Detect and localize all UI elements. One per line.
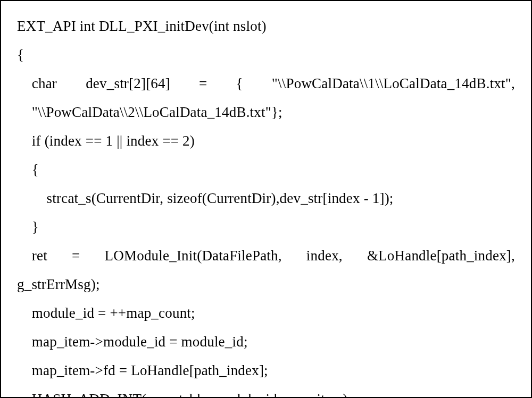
code-line: if (index == 1 || index == 2) [17, 126, 515, 155]
code-page: EXT_API int DLL_PXI_initDev(int nslot) {… [0, 0, 532, 398]
code-token: = [72, 241, 80, 270]
code-line: } [17, 213, 515, 241]
code-token: &LoHandle[path_index], [367, 241, 515, 270]
code-line: map_item->module_id = module_id; [17, 327, 515, 356]
code-line: char dev_str[2][64] = { "\\PowCalData\\1… [17, 69, 515, 98]
code-line: ret = LOModule_Init(DataFilePath, index,… [17, 241, 515, 270]
code-line: HASH_ADD_INT(map_table, module_id, map_i… [17, 385, 515, 398]
code-token: ret [17, 241, 47, 270]
code-line: map_item->fd = LoHandle[path_index]; [17, 356, 515, 385]
code-line: EXT_API int DLL_PXI_initDev(int nslot) [17, 12, 515, 40]
code-line: "\\PowCalData\\2\\LoCalData_14dB.txt"}; [17, 98, 515, 126]
code-token: index, [306, 241, 343, 270]
code-token: char [17, 69, 57, 98]
code-token: { [236, 69, 243, 98]
code-line: module_id = ++map_count; [17, 299, 515, 327]
code-line: strcat_s(CurrentDir, sizeof(CurrentDir),… [17, 184, 515, 213]
code-token: "\\PowCalData\\1\\LoCalData_14dB.txt", [272, 69, 515, 98]
code-line: { [17, 40, 515, 69]
code-token: = [199, 69, 207, 98]
code-line: g_strErrMsg); [17, 270, 515, 299]
code-token: dev_str[2][64] [86, 69, 170, 98]
code-token: LOModule_Init(DataFilePath, [105, 241, 282, 270]
code-line: { [17, 155, 515, 184]
